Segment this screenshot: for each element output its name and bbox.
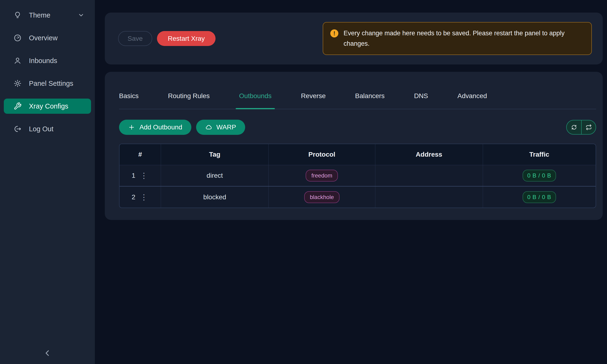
protocol-badge: blackhole — [304, 191, 340, 203]
warp-button[interactable]: WARP — [196, 120, 245, 135]
tab-basics[interactable]: Basics — [119, 92, 138, 109]
chevron-down-icon — [78, 12, 84, 18]
sidebar-item-label: Inbounds — [29, 57, 57, 65]
traffic-badge: 0 B / 0 B — [523, 170, 556, 182]
sidebar: Theme Overview Inbounds — [0, 0, 95, 364]
outbounds-table: # Tag Protocol Address Traffic 1 — [119, 143, 596, 208]
sidebar-item-log-out[interactable]: Log Out — [4, 121, 91, 136]
row-menu-button[interactable]: ⋮ — [139, 193, 149, 201]
sidebar-item-overview[interactable]: Overview — [4, 30, 91, 46]
refresh-button[interactable] — [567, 120, 581, 134]
app-root: Theme Overview Inbounds — [0, 0, 607, 364]
warning-alert: ! Every change made here needs to be sav… — [323, 22, 592, 55]
protocol-badge: freedom — [306, 170, 338, 182]
row-index: 1 — [132, 172, 135, 179]
sidebar-item-xray-configs[interactable]: Xray Configs — [4, 99, 91, 114]
sidebar-item-panel-settings[interactable]: Panel Settings — [4, 76, 91, 91]
add-outbound-button[interactable]: Add Outbound — [119, 120, 191, 135]
tab-balancers[interactable]: Balancers — [355, 92, 385, 109]
xray-configs-card: Basics Routing Rules Outbounds Reverse B… — [105, 72, 603, 220]
refresh-button-group — [566, 120, 596, 135]
restart-xray-button[interactable]: Restart Xray — [157, 31, 216, 46]
gauge-icon — [13, 34, 22, 42]
wrench-icon — [13, 102, 22, 110]
table-header-row: # Tag Protocol Address Traffic — [119, 144, 596, 165]
actions-row: Add Outbound WARP — [119, 120, 596, 135]
chevron-left-icon — [43, 348, 52, 358]
column-header-address: Address — [375, 144, 483, 165]
tag-cell: direct — [161, 165, 269, 186]
sidebar-item-theme[interactable]: Theme — [4, 8, 91, 23]
address-cell — [375, 165, 483, 186]
column-header-tag: Tag — [161, 144, 269, 165]
plus-icon — [128, 124, 135, 131]
sidebar-item-label: Log Out — [29, 125, 53, 133]
table-row: 2 ⋮ blocked blackhole 0 B / 0 B — [119, 186, 596, 208]
reload-button[interactable] — [581, 120, 596, 134]
column-header-protocol: Protocol — [268, 144, 375, 165]
tab-reverse[interactable]: Reverse — [301, 92, 326, 109]
gear-icon — [13, 79, 22, 88]
table-row: 1 ⋮ direct freedom 0 B / 0 B — [119, 165, 596, 186]
repeat-icon — [585, 124, 592, 130]
tab-dns[interactable]: DNS — [414, 92, 428, 109]
tab-outbounds[interactable]: Outbounds — [239, 92, 272, 109]
traffic-badge: 0 B / 0 B — [523, 191, 556, 203]
address-cell — [375, 186, 483, 208]
sidebar-item-inbounds[interactable]: Inbounds — [4, 53, 91, 68]
row-index: 2 — [132, 193, 135, 201]
tab-advanced[interactable]: Advanced — [457, 92, 487, 109]
sidebar-item-label: Overview — [29, 34, 58, 42]
sidebar-item-label: Theme — [29, 11, 50, 19]
sidebar-item-label: Panel Settings — [29, 80, 73, 88]
tab-routing-rules[interactable]: Routing Rules — [168, 92, 210, 109]
sidebar-item-label: Xray Configs — [29, 102, 68, 110]
column-header-traffic: Traffic — [483, 144, 596, 165]
main-content: Save Restart Xray ! Every change made he… — [95, 0, 607, 364]
row-menu-button[interactable]: ⋮ — [139, 172, 149, 179]
exclamation-circle-icon: ! — [330, 29, 338, 38]
alert-message: Every change made here needs to be saved… — [343, 28, 584, 49]
user-icon — [13, 56, 22, 65]
tab-bar: Basics Routing Rules Outbounds Reverse B… — [119, 72, 596, 109]
refresh-icon — [571, 124, 577, 130]
add-outbound-label: Add Outbound — [139, 123, 182, 131]
cloud-icon — [205, 124, 212, 131]
save-button[interactable]: Save — [118, 31, 152, 46]
column-header-number: # — [119, 144, 161, 165]
tag-cell: blocked — [161, 186, 269, 208]
toolbar-card: Save Restart Xray ! Every change made he… — [105, 13, 603, 65]
logout-icon — [13, 125, 22, 133]
sidebar-collapse-button[interactable] — [43, 348, 52, 358]
bulb-icon — [13, 11, 22, 19]
warp-label: WARP — [216, 123, 236, 131]
